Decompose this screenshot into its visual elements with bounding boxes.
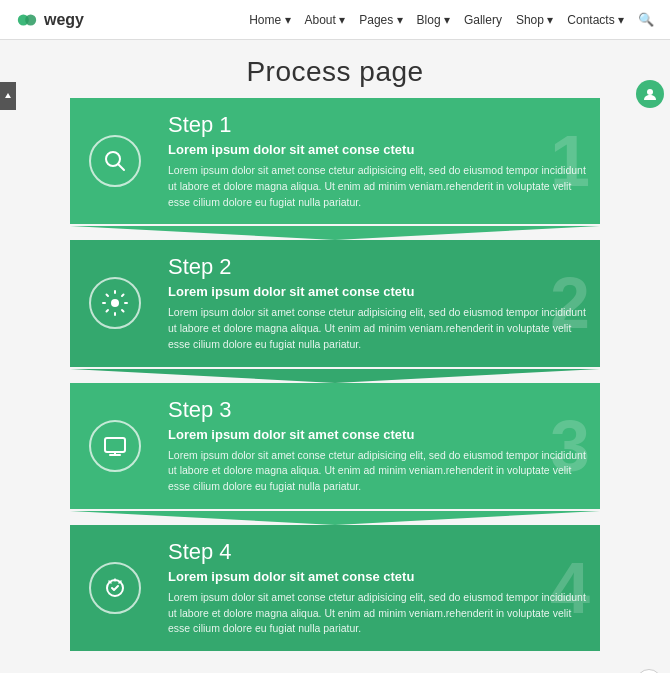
step-2-title: Step 2 — [168, 254, 588, 280]
step-3-content: Step 3 Lorem ipsum dolor sit amet conse … — [160, 383, 600, 509]
step-4-circle — [89, 562, 141, 614]
step-4-desc: Lorem ipsum dolor sit amet conse ctetur … — [168, 590, 588, 637]
step-2-subtitle: Lorem ipsum dolor sit amet conse ctetu — [168, 284, 588, 299]
user-button[interactable] — [636, 80, 664, 108]
arrow-2 — [70, 369, 600, 383]
svg-rect-14 — [105, 438, 125, 452]
nav-about[interactable]: About ▾ — [305, 13, 346, 27]
svg-line-10 — [107, 295, 109, 297]
nav-contacts[interactable]: Contacts ▾ — [567, 13, 624, 27]
step-3: Step 3 Lorem ipsum dolor sit amet conse … — [70, 383, 600, 509]
page-title: Process page — [0, 40, 670, 98]
svg-point-2 — [647, 89, 653, 95]
svg-line-12 — [122, 295, 124, 297]
step-2: Step 2 Lorem ipsum dolor sit amet conse … — [70, 240, 600, 366]
svg-point-5 — [111, 299, 119, 307]
navbar: wegy Home ▾ About ▾ Pages ▾ Blog ▾ Galle… — [0, 0, 670, 40]
step-2-circle — [89, 277, 141, 329]
step-1-icon-area — [70, 98, 160, 224]
step-4-icon-area — [70, 525, 160, 651]
brand-logo[interactable]: wegy — [16, 9, 84, 31]
step-2-desc: Lorem ipsum dolor sit amet conse ctetur … — [168, 305, 588, 352]
nav-pages[interactable]: Pages ▾ — [359, 13, 402, 27]
step-1-title: Step 1 — [168, 112, 588, 138]
brand-name: wegy — [44, 11, 84, 29]
arrow-1 — [70, 226, 600, 240]
step-4-content: Step 4 Lorem ipsum dolor sit amet conse … — [160, 525, 600, 651]
step-3-desc: Lorem ipsum dolor sit amet conse ctetur … — [168, 448, 588, 495]
step-1-subtitle: Lorem ipsum dolor sit amet conse ctetu — [168, 142, 588, 157]
step-3-title: Step 3 — [168, 397, 588, 423]
svg-point-1 — [25, 14, 36, 25]
step-1: Step 1 Lorem ipsum dolor sit amet conse … — [70, 98, 600, 224]
step-1-circle — [89, 135, 141, 187]
step-4-subtitle: Lorem ipsum dolor sit amet conse ctetu — [168, 569, 588, 584]
steps-container: Step 1 Lorem ipsum dolor sit amet conse … — [70, 98, 600, 651]
nav-shop[interactable]: Shop ▾ — [516, 13, 553, 27]
left-tab[interactable] — [0, 82, 16, 110]
step-3-circle — [89, 420, 141, 472]
step-2-content: Step 2 Lorem ipsum dolor sit amet conse … — [160, 240, 600, 366]
svg-line-11 — [122, 310, 124, 312]
step-4-title: Step 4 — [168, 539, 588, 565]
nav-gallery[interactable]: Gallery — [464, 13, 502, 27]
step-1-content: Step 1 Lorem ipsum dolor sit amet conse … — [160, 98, 600, 224]
arrow-3 — [70, 511, 600, 525]
step-1-desc: Lorem ipsum dolor sit amet conse ctetur … — [168, 163, 588, 210]
nav-links: Home ▾ About ▾ Pages ▾ Blog ▾ Gallery Sh… — [249, 12, 654, 27]
step-3-subtitle: Lorem ipsum dolor sit amet conse ctetu — [168, 427, 588, 442]
search-icon[interactable]: 🔍 — [638, 12, 654, 27]
svg-line-13 — [107, 310, 109, 312]
nav-blog[interactable]: Blog ▾ — [417, 13, 450, 27]
step-2-icon-area — [70, 240, 160, 366]
nav-home[interactable]: Home ▾ — [249, 13, 290, 27]
step-4: Step 4 Lorem ipsum dolor sit amet conse … — [70, 525, 600, 651]
svg-line-4 — [118, 164, 124, 170]
step-3-icon-area — [70, 383, 160, 509]
